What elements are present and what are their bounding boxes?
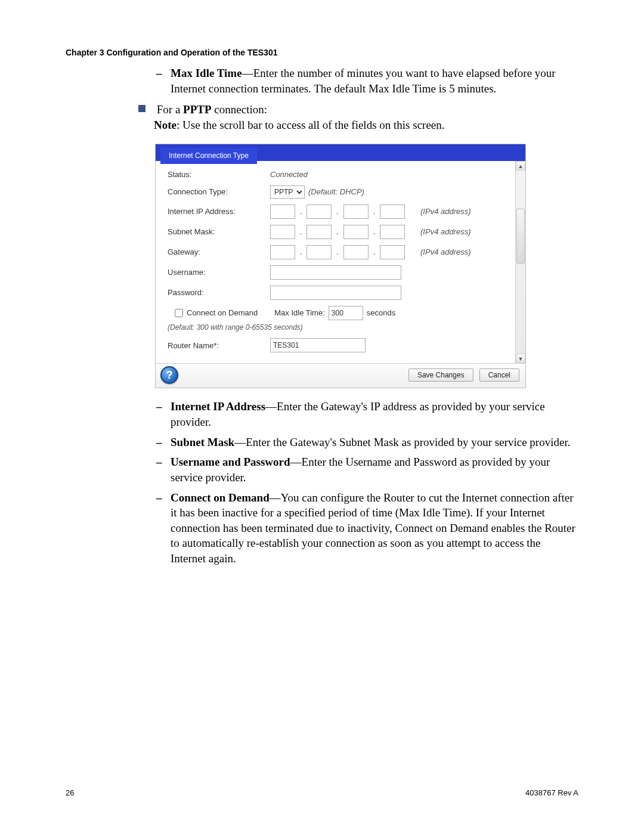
ip-octet-2[interactable] (306, 205, 332, 219)
row-gateway: Gateway: . . . (IPv4 address) (168, 245, 510, 259)
ip-octet-4[interactable] (380, 205, 405, 219)
bullet-text-bold: PPTP (183, 103, 212, 116)
help-icon[interactable]: ? (160, 366, 178, 384)
term: Internet IP Address (171, 400, 265, 413)
term: Username and Password (171, 456, 290, 468)
dot-icon: . (336, 227, 338, 237)
note-label: Note (154, 119, 177, 131)
panel-body-wrap: Status: Connected Connection Type: PPTP … (156, 161, 525, 364)
definitions-list: Internet IP Address—Enter the Gateway's … (155, 399, 578, 566)
note-text: : Use the scroll bar to access all of th… (177, 119, 445, 131)
label-status: Status: (168, 169, 270, 180)
connection-type-select[interactable]: PPTP (270, 185, 305, 199)
term-desc: —Enter the Gateway's Subnet Mask as prov… (234, 436, 570, 448)
ip-hint: (IPv4 address) (420, 206, 471, 217)
label-router-name: Router Name*: (168, 340, 270, 351)
bullet-text-suffix: connection: (212, 103, 267, 116)
page-number: 26 (66, 788, 74, 797)
subnet-hint: (IPv4 address) (420, 227, 471, 237)
definition-connect-on-demand: Connect on Demand—You can configure the … (155, 490, 578, 566)
pptp-bullet: For a PPTP connection: Note: Use the scr… (138, 102, 578, 132)
label-connection-type: Connection Type: (168, 187, 270, 197)
username-input[interactable] (270, 265, 401, 280)
dot-icon: . (336, 247, 338, 257)
password-input[interactable] (270, 286, 401, 300)
label-connect-on-demand: Connect on Demand (187, 308, 258, 318)
gateway-octet-2[interactable] (306, 245, 332, 259)
scroll-up-arrow-icon[interactable]: ▲ (516, 161, 525, 171)
dot-icon: . (300, 207, 302, 216)
gateway-octet-4[interactable] (380, 245, 405, 259)
scroll-down-arrow-icon[interactable]: ▼ (516, 354, 525, 363)
scrollbar-thumb[interactable] (516, 209, 525, 264)
save-changes-button[interactable]: Save Changes (408, 368, 473, 382)
dot-icon: . (373, 247, 375, 257)
label-subnet-mask: Subnet Mask: (168, 227, 270, 237)
page-footer: 26 4038767 Rev A (66, 788, 578, 797)
definition-username-password: Username and Password—Enter the Username… (155, 454, 578, 485)
label-username: Username: (168, 267, 270, 278)
definition-internet-ip: Internet IP Address—Enter the Gateway's … (155, 399, 578, 429)
dot-icon: . (373, 207, 375, 216)
footer-buttons: Save Changes Cancel (408, 368, 519, 382)
row-internet-ip: Internet IP Address: . . . (IPv4 address… (168, 205, 510, 219)
dot-icon: . (300, 247, 302, 257)
label-max-idle-time: Max Idle Time: (274, 308, 325, 318)
panel-footer: ? Save Changes Cancel (156, 363, 525, 388)
connection-type-hint: (Default: DHCP) (308, 187, 364, 197)
cancel-button[interactable]: Cancel (479, 368, 519, 382)
panel-body: Status: Connected Connection Type: PPTP … (156, 161, 525, 364)
row-subnet-mask: Subnet Mask: . . . (IPv4 address) (168, 225, 510, 239)
gateway-octet-3[interactable] (343, 245, 369, 259)
dot-icon: . (373, 227, 375, 237)
value-status: Connected (270, 169, 308, 180)
row-connect-on-demand: Connect on Demand Max Idle Time: seconds (168, 306, 510, 320)
row-connection-type: Connection Type: PPTP (Default: DHCP) (168, 185, 510, 199)
doc-id: 4038767 Rev A (525, 788, 578, 797)
label-internet-ip: Internet IP Address: (168, 206, 270, 217)
square-bullet-icon (138, 105, 145, 112)
intro-list: Max Idle Time—Enter the number of minute… (155, 66, 578, 96)
row-router-name: Router Name*: (168, 338, 510, 352)
page: Chapter 3 Configuration and Operation of… (0, 0, 644, 833)
term: Connect on Demand (171, 491, 270, 504)
label-gateway: Gateway: (168, 247, 270, 258)
max-idle-time-input[interactable] (329, 306, 363, 320)
subnet-octet-3[interactable] (343, 225, 369, 239)
gateway-hint: (IPv4 address) (420, 247, 471, 258)
doc-content: Max Idle Time—Enter the number of minute… (155, 66, 578, 566)
gateway-octet-1[interactable] (270, 245, 295, 259)
subnet-octet-2[interactable] (306, 225, 332, 239)
connect-on-demand-hint: (Default: 300 with range 0-65535 seconds… (168, 323, 510, 332)
definition-subnet-mask: Subnet Mask—Enter the Gateway's Subnet M… (155, 435, 578, 450)
chapter-heading: Chapter 3 Configuration and Operation of… (66, 48, 578, 57)
row-status: Status: Connected (168, 169, 510, 180)
subnet-octet-1[interactable] (270, 225, 295, 239)
vertical-scrollbar[interactable]: ▲ ▼ (515, 161, 525, 364)
row-password: Password: (168, 286, 510, 300)
ip-octet-3[interactable] (343, 205, 369, 219)
definition-max-idle-time: Max Idle Time—Enter the number of minute… (155, 66, 578, 96)
ip-octet-1[interactable] (270, 205, 295, 219)
subnet-octet-4[interactable] (380, 225, 405, 239)
term: Max Idle Time (171, 67, 242, 79)
dot-icon: . (336, 207, 338, 216)
max-idle-time-unit: seconds (367, 308, 395, 318)
term: Subnet Mask (171, 436, 234, 448)
row-username: Username: (168, 265, 510, 280)
router-name-input[interactable] (270, 338, 366, 352)
tab-bar: Internet Connection Type (156, 144, 525, 161)
connect-on-demand-checkbox[interactable] (175, 309, 183, 317)
label-password: Password: (168, 287, 270, 298)
dot-icon: . (300, 227, 302, 237)
config-screenshot-panel: Internet Connection Type Status: Connect… (155, 144, 526, 389)
bullet-text-prefix: For a (157, 103, 183, 116)
